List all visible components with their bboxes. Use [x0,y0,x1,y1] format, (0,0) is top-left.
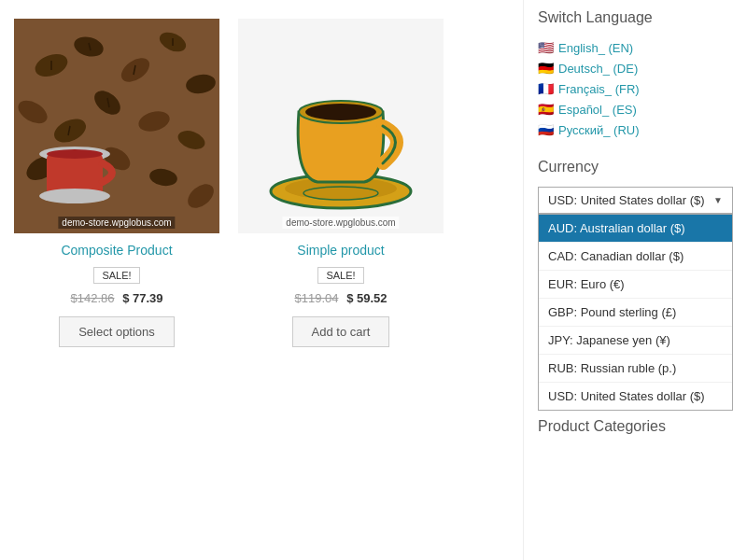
currency-section: Currency USD: United States dollar ($) ▼… [538,159,733,435]
currency-option-cad[interactable]: CAD: Canadian dollar ($) [539,243,732,271]
flag-fr: 🇫🇷 [538,81,554,96]
svg-point-31 [303,187,378,200]
language-list: 🇺🇸 English_ (EN) 🇩🇪 Deutsch_ (DE) 🇫🇷 Fra… [538,37,733,140]
currency-option-rub[interactable]: RUB: Russian ruble (р.) [539,355,732,383]
currency-title: Currency [538,159,733,175]
currency-select-button[interactable]: USD: United States dollar ($) ▼ [538,187,733,214]
product-title-1: Composite Product [14,243,219,258]
products-grid: demo-store.wpglobus.com Composite Produc… [14,19,509,347]
currency-option-aud[interactable]: AUD: Australian dollar ($) [539,215,732,243]
lang-es-label: Español_ (ES) [558,103,637,117]
flag-ru: 🇷🇺 [538,122,554,137]
lang-de-label: Deutsch_ (DE) [558,62,638,76]
product-categories-title: Product Categories [538,418,733,435]
currency-option-usd[interactable]: USD: United States dollar ($) [539,383,732,410]
select-options-button[interactable]: Select options [59,316,175,347]
sale-badge-1: SALE! [93,267,139,284]
svg-point-25 [47,149,103,159]
flag-de: 🇩🇪 [538,61,554,76]
old-price-1: $142.86 [71,291,115,305]
new-price-2: $ 59.52 [346,291,387,305]
watermark-2: demo-store.wpglobus.com [282,217,399,229]
flag-es: 🇪🇸 [538,102,554,117]
lang-ru[interactable]: 🇷🇺 Русский_ (RU) [538,119,733,140]
lang-fr-label: Français_ (FR) [558,82,640,96]
lang-en-label: English_ (EN) [558,41,633,55]
lang-ru-label: Русский_ (RU) [558,123,640,137]
product-title-2: Simple product [238,243,444,258]
lang-en[interactable]: 🇺🇸 English_ (EN) [538,37,733,58]
price-area-2: $119.04 $ 59.52 [238,291,444,305]
switch-language-title: Switch Language [538,9,733,26]
product-image-1: demo-store.wpglobus.com [14,19,219,233]
lang-fr[interactable]: 🇫🇷 Français_ (FR) [538,78,733,99]
currency-selected-label: USD: United States dollar ($) [548,193,705,207]
lang-de[interactable]: 🇩🇪 Deutsch_ (DE) [538,58,733,78]
product-card-1: demo-store.wpglobus.com Composite Produc… [14,19,219,347]
product-card-2: demo-store.wpglobus.com Simple product S… [238,19,444,347]
old-price-2: $119.04 [295,291,339,305]
sidebar: Switch Language 🇺🇸 English_ (EN) 🇩🇪 Deut… [523,0,747,560]
currency-option-eur[interactable]: EUR: Euro (€) [539,271,732,299]
svg-point-30 [305,104,376,120]
flag-en: 🇺🇸 [538,40,554,55]
new-price-1: $ 77.39 [122,291,162,305]
watermark-1: demo-store.wpglobus.com [58,217,175,229]
product-image-2: demo-store.wpglobus.com [238,19,444,233]
currency-dropdown: AUD: Australian dollar ($) CAD: Canadian… [538,214,733,411]
lang-es[interactable]: 🇪🇸 Español_ (ES) [538,99,733,119]
add-to-cart-button[interactable]: Add to cart [292,316,390,347]
dropdown-arrow-icon: ▼ [713,195,723,205]
sale-badge-2: SALE! [317,267,363,284]
price-area-1: $142.86 $ 77.39 [14,291,219,305]
currency-option-jpy[interactable]: JPY: Japanese yen (¥) [539,327,732,355]
svg-point-24 [39,189,110,203]
main-content: demo-store.wpglobus.com Composite Produc… [0,0,523,560]
currency-option-gbp[interactable]: GBP: Pound sterling (£) [539,299,732,327]
